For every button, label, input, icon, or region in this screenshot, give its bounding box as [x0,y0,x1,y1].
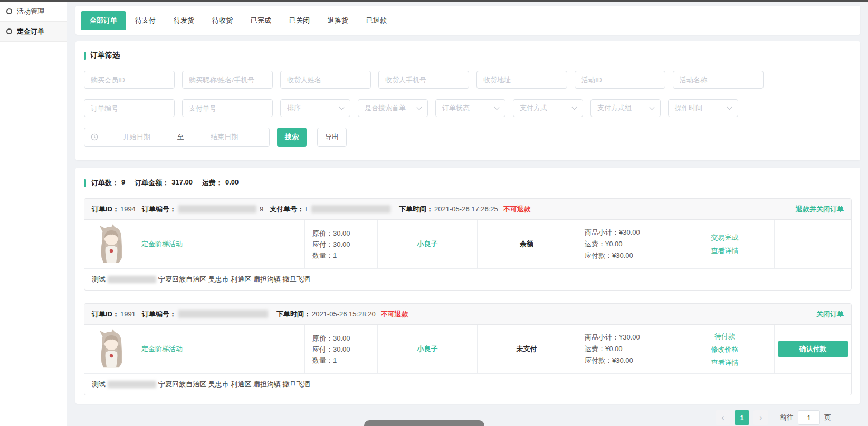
filter-row-3: 开始日期 至 结束日期 搜索 导出 [84,128,852,147]
chevron-down-icon [339,104,345,110]
order-time-label: 下单时间： [399,205,433,214]
tab-refunded[interactable]: 已退款 [357,11,396,30]
quantity: 数量：1 [312,355,337,366]
radio-circle-icon [6,28,12,34]
address-text: 宁夏回族自治区 吴忠市 利通区 扁担沟镇 撒旦飞洒 [158,275,310,284]
freight-value: 0.00 [225,178,239,188]
input-activity-id[interactable] [575,71,665,89]
select-operate-time[interactable]: 操作时间 [668,99,738,117]
date-start-placeholder: 开始日期 [98,132,175,142]
order-card-1994: 订单ID： 1994 订单编号： 9 支付单号： F 下单时间： 2021-05… [84,198,852,291]
goto-label: 前往 [780,413,794,422]
tab-pending-receipt[interactable]: 待收货 [203,11,242,30]
pay-status-cell: 未支付 [478,325,576,373]
pagination-page-1[interactable]: 1 [735,410,749,425]
order-time-label: 下单时间： [276,309,311,319]
non-refundable-flag: 不可退款 [381,309,408,319]
select-sort[interactable]: 排序 [280,99,350,117]
main-content: 全部订单 待支付 待发货 待收货 已完成 已关闭 退换货 已退款 订单筛选 排序 [67,2,868,426]
freight-line: 运费：¥0.00 [585,343,623,355]
product-cell: 定金阶梯活动 [84,325,305,373]
order-status-tabs: 全部订单 待支付 待发货 待收货 已完成 已关闭 退换货 已退款 [75,6,860,35]
order-no-visible-suffix: 9 [260,205,263,213]
buyer-name-link[interactable]: 小良子 [417,344,438,354]
order-card-1991: 订单ID： 1991 订单编号： 下单时间： 2021-05-26 15:28:… [84,303,852,395]
select-placeholder: 排序 [287,103,301,113]
pay-status: 未支付 [517,344,537,354]
freight-label: 运费： [202,178,223,188]
tab-return-exchange[interactable]: 退换货 [319,11,357,30]
filter-row-1 [84,71,852,89]
export-button[interactable]: 导出 [317,128,347,147]
address-phone-redacted [108,381,156,388]
price-cell: 原价：30.00 应付：30.00 数量：1 [305,325,378,373]
modify-price-link[interactable]: 修改价格 [711,343,739,356]
product-image [95,329,128,369]
select-pay-method[interactable]: 支付方式 [513,99,583,117]
tab-completed[interactable]: 已完成 [242,11,280,30]
tab-closed[interactable]: 已关闭 [280,11,319,30]
input-member-id[interactable] [84,71,175,89]
input-activity-name[interactable] [673,71,764,89]
view-detail-link[interactable]: 查看详情 [711,244,739,257]
date-separator: 至 [175,132,186,142]
date-end-placeholder: 结束日期 [186,132,263,142]
input-nickname-name-phone[interactable] [182,71,273,89]
select-pay-method-group[interactable]: 支付方式组 [590,99,661,117]
address-row: 测试 宁夏回族自治区 吴忠市 利通区 扁担沟镇 撒旦飞洒 [84,268,851,290]
address-text: 宁夏回族自治区 吴忠市 利通区 扁担沟镇 撒旦飞洒 [158,380,310,389]
input-pay-no[interactable] [182,99,273,117]
order-id-value: 1991 [120,310,136,318]
pagination-prev-button[interactable]: ‹ [716,410,730,425]
pay-no-redacted [311,205,390,213]
select-placeholder: 支付方式组 [597,103,632,113]
price-original: 原价：30.00 [312,228,350,239]
select-placeholder: 支付方式 [520,103,547,113]
address-phone-redacted [108,276,156,283]
order-header: 订单ID： 1994 订单编号： 9 支付单号： F 下单时间： 2021-05… [84,199,851,220]
select-first-order-search[interactable]: 是否搜索首单 [358,99,428,117]
product-image [95,224,128,264]
totals-cell: 商品小计：¥30.00 运费：¥0.00 应付款：¥30.00 [576,325,675,373]
close-order-link[interactable]: 关闭订单 [816,309,844,319]
product-name-link[interactable]: 定金阶梯活动 [141,239,183,249]
goto-page-input[interactable] [798,410,820,425]
sidebar-item-deposit-orders[interactable]: 定金订单 [0,22,67,42]
input-shipping-address[interactable] [476,71,567,89]
select-placeholder: 是否搜索首单 [365,103,406,113]
search-button[interactable]: 搜索 [277,128,307,147]
order-time-value: 2021-05-26 17:26:25 [434,205,498,213]
amount-due: 应付款：¥30.00 [585,355,633,366]
buyer-name-link[interactable]: 小良子 [417,239,438,249]
sidebar-item-activity-management[interactable]: 活动管理 [0,2,67,22]
trade-complete-status: 交易完成 [711,231,739,244]
tab-pending-payment[interactable]: 待支付 [126,11,165,30]
freight-line: 运费：¥0.00 [585,238,623,250]
order-count-value: 9 [121,178,125,188]
actions-cell: 交易完成 查看详情 [675,220,775,268]
address-row: 测试 宁夏回族自治区 吴忠市 利通区 扁担沟镇 撒旦飞洒 [84,373,851,395]
select-order-status[interactable]: 订单状态 [435,99,505,117]
bottom-toast-partial [364,420,484,426]
input-consignee-phone[interactable] [378,71,469,89]
confirm-payment-button[interactable]: 确认付款 [778,341,848,357]
amount-due: 应付款：¥30.00 [585,250,633,262]
tab-pending-shipment[interactable]: 待发货 [165,11,203,30]
tab-all-orders[interactable]: 全部订单 [81,11,126,30]
order-id-label: 订单ID： [92,205,119,214]
date-range-input[interactable]: 开始日期 至 结束日期 [84,128,270,147]
sidebar-item-label: 活动管理 [17,7,44,16]
pagination-next-button[interactable]: › [753,410,768,425]
product-name-link[interactable]: 定金阶梯活动 [141,344,183,354]
order-amount-value: 317.00 [171,178,193,188]
extra-cell: 确认付款 [775,325,851,373]
input-consignee-name[interactable] [280,71,371,89]
address-prefix: 测试 [92,275,106,284]
subtotal: 商品小计：¥30.00 [585,332,640,343]
order-time-value: 2021-05-26 15:28:20 [312,310,376,318]
refund-and-close-order-link[interactable]: 退款并关闭订单 [796,205,844,214]
chevron-down-icon [650,104,655,110]
input-order-no[interactable] [84,99,175,117]
view-detail-link[interactable]: 查看详情 [711,356,739,369]
order-no-redacted [178,310,268,318]
